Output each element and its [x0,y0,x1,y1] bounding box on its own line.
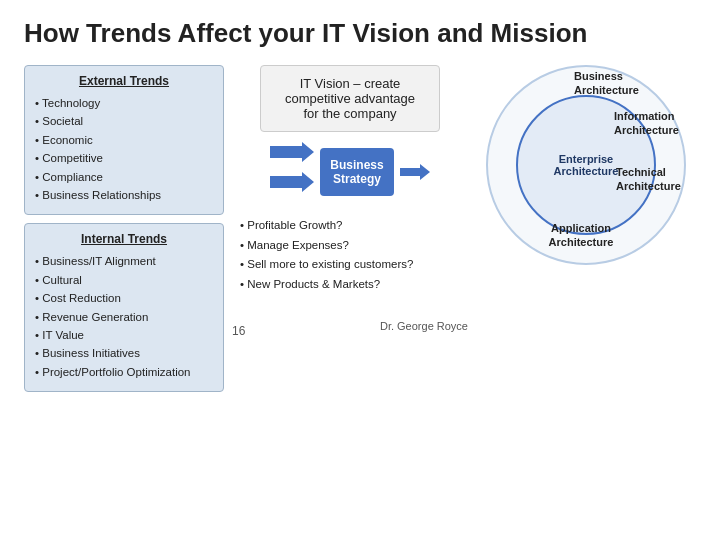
bullet-2: • Manage Expenses? [240,236,413,256]
svg-marker-1 [270,172,314,192]
author-label: Dr. George Royce [380,320,468,338]
external-trends-title: External Trends [35,74,213,88]
external-item-1: • Technology [35,94,213,112]
right-arrow-icon [400,162,430,182]
external-item-4: • Competitive [35,149,213,167]
internal-item-6: • Business Initiatives [35,344,213,362]
page-title: How Trends Affect your IT Vision and Mis… [24,18,696,49]
information-architecture-label: Information Architecture [614,109,704,138]
internal-item-3: • Cost Reduction [35,289,213,307]
internal-item-1: • Business/IT Alignment [35,252,213,270]
application-architecture-label: Application Architecture [536,221,626,250]
svg-marker-0 [270,142,314,162]
internal-item-2: • Cultural [35,271,213,289]
internal-item-5: • IT Value [35,326,213,344]
technical-architecture-label: Technical Architecture [616,165,706,194]
it-vision-box: IT Vision – create competitive advantage… [260,65,440,132]
bullet-list: • Profitable Growth? • Manage Expenses? … [232,216,413,294]
external-item-5: • Compliance [35,168,213,186]
internal-item-4: • Revenue Generation [35,308,213,326]
internal-trends-title: Internal Trends [35,232,213,246]
external-item-6: • Business Relationships [35,186,213,204]
external-trends-box: External Trends • Technology • Societal … [24,65,224,215]
page-number: 16 [232,324,245,338]
bullet-3: • Sell more to existing customers? [240,255,413,275]
bullet-1: • Profitable Growth? [240,216,413,236]
center-column: IT Vision – create competitive advantage… [232,65,468,338]
internal-item-7: • Project/Portfolio Optimization [35,363,213,381]
bullet-4: • New Products & Markets? [240,275,413,295]
svg-marker-2 [400,164,430,180]
external-item-3: • Economic [35,131,213,149]
left-panel: External Trends • Technology • Societal … [24,65,224,392]
it-vision-text: IT Vision – create competitive advantage… [285,76,415,121]
business-architecture-label: Business Architecture [574,69,664,98]
architecture-diagram: Enterprise Architecture Business Archite… [476,65,696,445]
external-item-2: • Societal [35,112,213,130]
internal-trends-box: Internal Trends • Business/IT Alignment … [24,223,224,392]
blue-arrows-icon [270,142,314,202]
business-strategy-box: Business Strategy [320,148,393,196]
